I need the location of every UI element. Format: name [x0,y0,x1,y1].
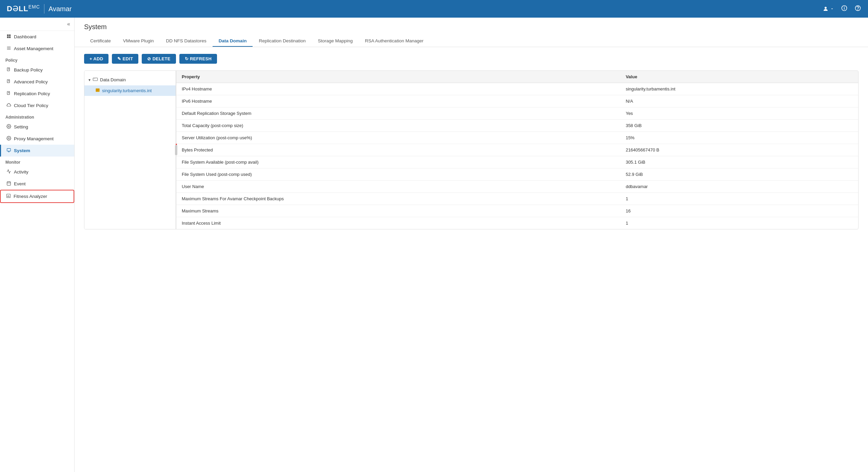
logo-divider [44,4,44,14]
property-cell: Instant Access Limit [176,217,620,229]
value-cell: 305.1 GiB [620,156,858,168]
sidebar-item-dashboard[interactable]: Dashboard [0,31,74,43]
sidebar-item-asset-management[interactable]: Asset Management [0,43,74,55]
table-row: File System Used (post-comp used)52.9 Gi… [176,168,858,181]
svg-rect-38 [96,91,98,91]
property-cell: User Name [176,181,620,193]
property-cell: Default Replication Storage System [176,107,620,120]
sidebar-item-label: System [14,148,30,153]
delete-button[interactable]: ⊘ DELETE [142,54,176,64]
sidebar-item-replication-policy[interactable]: Replication Policy [0,88,74,100]
property-cell: Total Capacity (post-comp size) [176,120,620,132]
info-icon[interactable] [841,5,848,13]
tree-root-data-domain[interactable]: ▾ Data Domain [84,74,176,85]
sidebar-item-label: Backup Policy [14,67,43,73]
svg-rect-36 [96,89,99,89]
svg-rect-10 [7,47,11,47]
tab-bar: Certificate VMware Plugin DD NFS Datasto… [84,36,859,47]
table-row: File System Available (post-comp avail)3… [176,156,858,168]
tab-certificate[interactable]: Certificate [84,36,117,47]
svg-rect-6 [7,35,9,36]
col-property-header: Property [176,71,620,83]
value-cell: 216405667470 B [620,144,858,156]
content-header: System Certificate VMware Plugin DD NFS … [75,18,868,47]
sidebar-item-activity[interactable]: Activity [0,166,74,178]
dashboard-icon [6,34,11,40]
edit-button[interactable]: ✎ EDIT [112,54,138,64]
tree-child-label: singularity.turbamentis.int [102,88,152,93]
asset-management-icon [6,46,11,52]
fitness-analyzer-icon [6,193,11,199]
sidebar-collapse[interactable]: « [0,18,74,31]
tree-child-singularity[interactable]: singularity.turbamentis.int [84,85,176,96]
refresh-button[interactable]: ↻ REFRESH [179,54,217,64]
toolbar: + ADD ✎ EDIT ⊘ DELETE ↻ REFRESH [84,54,859,64]
value-cell: 16 [620,205,858,217]
user-icon[interactable] [823,6,834,12]
tree-child-icon [95,88,100,94]
sidebar-item-label: Event [14,181,26,186]
sidebar-item-advanced-policy[interactable]: Advanced Policy [0,76,74,88]
svg-point-22 [8,126,9,127]
sidebar-item-label: Activity [14,169,28,175]
table-row: IPv4 Hostnamesingularity.turbamentis.int [176,83,858,95]
sidebar-item-label: Fitness Analyzer [14,194,47,199]
svg-rect-9 [9,37,11,38]
property-cell: Maximum Streams For Avamar Checkpoint Ba… [176,193,620,205]
col-value-header: Value [620,71,858,83]
admin-section-label: Administration [0,111,74,121]
cloud-tier-policy-icon [6,103,11,108]
panel-divider[interactable] [176,71,176,229]
topnav-right [823,5,861,13]
tab-replication-destination[interactable]: Replication Destination [253,36,312,47]
tab-rsa-auth-manager[interactable]: RSA Authentication Manager [359,36,430,47]
property-cell: IPv6 Hostname [176,95,620,107]
page-title: System [84,23,859,31]
property-cell: Server Utilization (post-comp use%) [176,132,620,144]
sidebar-item-proxy-management[interactable]: Proxy Management [0,133,74,145]
table-row: Maximum Streams For Avamar Checkpoint Ba… [176,193,858,205]
tab-dd-nfs-datastores[interactable]: DD NFS Datastores [160,36,213,47]
activity-icon [6,169,11,175]
monitor-section-label: Monitor [0,157,74,166]
value-cell: 1 [620,217,858,229]
setting-icon [6,124,11,130]
svg-rect-27 [7,182,11,185]
value-cell: 1 [620,193,858,205]
proxy-management-icon [6,136,11,142]
value-cell: Yes [620,107,858,120]
backup-policy-icon [6,67,11,73]
add-button[interactable]: + ADD [84,54,108,64]
sidebar-item-cloud-tier-policy[interactable]: Cloud Tier Policy [0,100,74,111]
sidebar-item-system[interactable]: System [0,145,74,157]
svg-rect-8 [7,37,9,38]
svg-rect-37 [96,90,99,90]
tab-vmware-plugin[interactable]: VMware Plugin [117,36,160,47]
app-name: Avamar [48,5,72,13]
property-table: Property Value IPv4 Hostnamesingularity.… [176,71,858,229]
sidebar-item-label: Asset Management [14,46,53,51]
svg-rect-32 [93,78,97,81]
policy-section-label: Policy [0,55,74,64]
sidebar: « Dashboard Asset Management Policy Back… [0,18,75,472]
table-row: Instant Access Limit1 [176,217,858,229]
property-cell: File System Used (post-comp used) [176,168,620,181]
tab-data-domain[interactable]: Data Domain [213,36,253,47]
sidebar-item-backup-policy[interactable]: Backup Policy [0,64,74,76]
collapse-button[interactable]: « [67,21,70,27]
table-row: Default Replication Storage SystemYes [176,107,858,120]
svg-rect-24 [7,148,11,151]
sidebar-item-fitness-analyzer[interactable]: Fitness Analyzer [0,190,74,203]
sidebar-item-label: Advanced Policy [14,79,48,84]
event-icon [6,181,11,187]
help-icon[interactable] [854,5,861,13]
top-navigation: DƏLLEMC Avamar [0,0,868,18]
value-cell: ddbavamar [620,181,858,193]
tab-storage-mapping[interactable]: Storage Mapping [312,36,359,47]
sidebar-item-label: Proxy Management [14,136,54,141]
sidebar-item-event[interactable]: Event [0,178,74,190]
property-cell: Maximum Streams [176,205,620,217]
sidebar-item-setting[interactable]: Setting [0,121,74,133]
data-layout: ▾ Data Domain singularity.turbamentis.in… [84,70,859,229]
sidebar-item-label: Dashboard [14,34,36,39]
